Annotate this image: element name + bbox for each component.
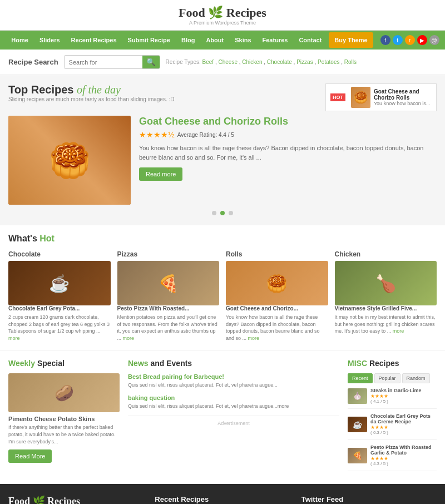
footer-grid: Food 🌿 Recipes A Premium Wordpress Theme… — [8, 495, 437, 504]
logo-leaf: 🌿 — [208, 6, 223, 19]
search-section: Recipe Search 🔍 Recipe Types: Beef , Che… — [0, 50, 445, 75]
advertisement: Advertisement — [128, 416, 339, 431]
hot-category-chicken: Chicken — [335, 250, 437, 258]
nav-recent-recipes[interactable]: Recent Recipes — [66, 32, 122, 48]
slider-recipe-info: Goat Cheese and Chorizo Rolls ★★★★½ Aver… — [139, 116, 437, 205]
news-events-section: News and Events Best Bread pairing for B… — [128, 359, 339, 476]
hot-grid: Chocolate ☕ Chocolate Earl Grey Pota... … — [8, 250, 437, 342]
misc-rating-3: ( 4.3 / 5 ) — [370, 461, 437, 466]
dot-3[interactable] — [229, 211, 233, 215]
chocolate-title[interactable]: Chocolate Earl Grey Pota... — [8, 305, 111, 312]
weekly-special-image: 🥔 — [8, 373, 120, 412]
news-desc-2: Quis sed nisl elit, risus aliquet placer… — [128, 403, 339, 410]
misc-recipes-section: MISC Recipes Recent Popular Random 🧄 Ste… — [348, 359, 437, 476]
misc-info-2: Chocolate Earl Grey Pots da Creme Recipe… — [370, 413, 437, 435]
search-title: Recipe Search — [8, 58, 58, 66]
nav-features[interactable]: Features — [257, 32, 294, 48]
news-events-title: News and Events — [128, 359, 339, 368]
chocolate-desc: 2 cups cream 120 grams dark chocolate, c… — [8, 314, 111, 342]
misc-tab-recent[interactable]: Recent — [348, 373, 373, 383]
news-title-2[interactable]: baking question — [128, 394, 339, 401]
misc-recipes-title: MISC Recipes — [348, 359, 437, 368]
site-tagline: A Premium Wordpress Theme — [0, 20, 445, 26]
news-desc-1: Quis sed nisl elit, risus aliquet placer… — [128, 382, 339, 389]
misc-title-2[interactable]: Chocolate Earl Grey Pots da Creme Recipe — [370, 413, 437, 424]
weekly-special-section: Weekly Special 🥔 Pimento Cheese Potato S… — [8, 359, 120, 476]
misc-title-3[interactable]: Pesto Pizza With Roasted Garlic & Potato — [370, 444, 437, 456]
nav-about[interactable]: About — [200, 32, 229, 48]
chicken-more[interactable]: more — [393, 328, 404, 334]
chocolate-more[interactable]: more — [8, 335, 20, 341]
weekly-read-more-button[interactable]: Read More — [8, 449, 52, 463]
news-title-1[interactable]: Best Bread pairing for Barbeque! — [128, 373, 339, 380]
dot-1[interactable] — [212, 211, 216, 215]
hot-item-rolls: Rolls 🥮 Goat Cheese and Chorizo... You k… — [226, 250, 328, 342]
misc-title-1[interactable]: Steaks in Garlic-Lime — [370, 388, 422, 393]
recipe-type-potatoes[interactable]: Potatoes — [318, 59, 339, 65]
hot-category-rolls: Rolls — [226, 250, 328, 258]
slider-stars: ★★★★½ Average Rating: 4.4 / 5 — [139, 130, 437, 139]
site-logo[interactable]: Food 🌿 Recipes — [0, 6, 445, 20]
twitter-icon[interactable]: t — [393, 35, 403, 45]
site-footer: Food 🌿 Recipes A Premium Wordpress Theme… — [0, 484, 445, 504]
rolls-more[interactable]: more — [248, 335, 260, 341]
hot-item-chocolate: Chocolate ☕ Chocolate Earl Grey Pota... … — [8, 250, 111, 342]
pizza-image: 🍕 — [117, 261, 220, 305]
nav-contact[interactable]: Contact — [293, 32, 327, 48]
rolls-title[interactable]: Goat Cheese and Chorizo... — [226, 305, 328, 312]
nav-home[interactable]: Home — [6, 32, 34, 48]
footer-logo: Food 🌿 Recipes — [8, 495, 144, 504]
nav-sliders[interactable]: Sliders — [34, 32, 66, 48]
footer-col-about: Food 🌿 Recipes A Premium Wordpress Theme… — [8, 495, 144, 504]
dot-2[interactable] — [220, 211, 225, 215]
slider-main: Goat Cheese and Chorizo Rolls ★★★★½ Aver… — [8, 116, 437, 205]
whats-hot-title: What's Hot — [8, 234, 437, 244]
slider-featured-card[interactable]: HOT 🥮 Goat Cheese and Chorizo Rolls You … — [325, 83, 437, 111]
rolls-desc: You know how bacon is all the rage these… — [226, 314, 328, 342]
recipe-type-rolls[interactable]: Rolls — [344, 59, 357, 65]
recipe-type-cheese[interactable]: Cheese — [219, 59, 238, 65]
footer-col-twitter: Twitter Feed These fitness courses will … — [301, 495, 437, 504]
whats-hot-section: What's Hot Chocolate ☕ Chocolate Earl Gr… — [0, 225, 445, 350]
slider-title: Top Recipes of the day — [8, 83, 174, 96]
misc-stars-2: ★★★★ — [370, 424, 437, 430]
slider-description: You know how bacon is all the rage these… — [139, 144, 437, 162]
email-icon[interactable]: @ — [429, 35, 439, 45]
search-input[interactable] — [65, 57, 142, 68]
news-item-2: baking question Quis sed nisl elit, risu… — [128, 394, 339, 410]
recipe-type-chocolate[interactable]: Chocolate — [267, 59, 292, 65]
featured-title: Goat Cheese and Chorizo Rolls — [374, 88, 432, 101]
nav-skins[interactable]: Skins — [229, 32, 256, 48]
misc-rating-2: ( 6.3 / 5 ) — [370, 430, 437, 435]
slider-subtitle: Sliding recipes are much more tasty as f… — [8, 96, 174, 102]
footer-recent-title: Recent Recipes — [155, 495, 290, 503]
facebook-icon[interactable]: f — [380, 35, 390, 45]
slider-image-area — [8, 116, 131, 205]
nav-submit-recipe[interactable]: Submit Recipe — [122, 32, 176, 48]
nav-buy-theme[interactable]: Buy Theme — [329, 32, 373, 48]
slider-dots — [8, 205, 437, 217]
misc-tab-popular[interactable]: Popular — [374, 373, 400, 383]
rss-icon[interactable]: r — [405, 35, 415, 45]
recipe-type-beef[interactable]: Beef — [202, 59, 214, 65]
misc-tab-random[interactable]: Random — [402, 373, 430, 383]
chicken-desc: It may not be in my best interest to adm… — [335, 314, 437, 335]
featured-thumbnail: 🥮 — [351, 87, 370, 108]
site-header: Food 🌿 Recipes A Premium Wordpress Theme — [0, 0, 445, 31]
pizza-title[interactable]: Pesto Pizza With Roasted... — [117, 305, 220, 312]
star-icons: ★★★★½ — [139, 130, 175, 139]
chocolate-image: ☕ — [8, 261, 111, 305]
youtube-icon[interactable]: ▶ — [417, 35, 427, 45]
featured-info: Goat Cheese and Chorizo Rolls You know h… — [374, 88, 432, 106]
search-button[interactable]: 🔍 — [142, 56, 160, 68]
social-links: f t r ▶ @ — [380, 35, 439, 45]
recipe-type-pizzas[interactable]: Pizzas — [296, 59, 313, 65]
footer-logo-leaf: 🌿 — [33, 496, 45, 504]
misc-stars-1: ★★★★ — [370, 393, 422, 399]
read-more-button[interactable]: Read more — [139, 167, 182, 181]
recipe-type-chicken[interactable]: Chicken — [242, 59, 262, 65]
pizza-more[interactable]: more — [123, 335, 135, 341]
nav-blog[interactable]: Blog — [176, 32, 200, 48]
chicken-title[interactable]: Vietnamese Style Grilled Five... — [335, 305, 437, 312]
news-item-1: Best Bread pairing for Barbeque! Quis se… — [128, 373, 339, 389]
